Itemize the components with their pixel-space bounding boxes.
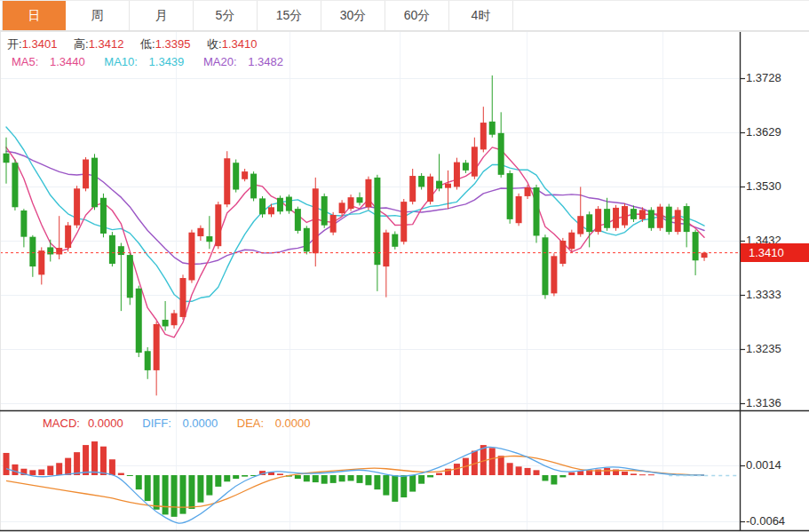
candle-body [586,214,592,232]
macd-bar [401,475,407,497]
macd-bar [127,475,133,476]
open-value: 1.3401 [22,37,58,51]
candle-body [445,184,451,188]
macd-bar [648,474,654,475]
candle-body [489,122,496,135]
ma20-value: 1.3482 [248,55,283,68]
candle-body [374,178,380,265]
candle-body [551,256,557,293]
candle-body [418,176,424,187]
price-axis-tick: 1.3629 [746,125,781,139]
macd-bar [38,470,44,475]
candle-body [197,228,203,236]
candles-layer [4,75,708,395]
candle-body [498,133,504,175]
high-value: 1.3412 [89,37,124,51]
macd-bar [74,452,80,475]
candle-body [631,209,637,219]
ma5-label: MA5: 1.3440 [12,55,93,68]
price-axis-tick: 1.3333 [746,288,781,302]
macd-bar [47,466,53,476]
macd-bar [4,453,10,475]
price-axis-tick: 1.3728 [746,71,781,85]
macd-bar [525,468,531,475]
macd-bar [409,475,416,492]
candle-body [480,123,487,149]
macd-bar [154,475,160,510]
macd-bar [12,465,18,475]
ohlc-readout: 开:1.3401 高:1.3412 低:1.3395 收:1.3410 [7,36,270,52]
macd-bar [188,475,194,509]
candle-body [330,215,337,233]
macd-bar [313,475,319,482]
candle-body [436,181,442,189]
macd-bar [427,475,433,477]
candle-body [91,158,98,208]
candle-body [401,202,407,242]
macd-bar [268,472,274,475]
close-value: 1.3410 [222,37,258,51]
candle-body [648,210,654,227]
macd-bar [436,473,442,475]
macd-bar [418,475,424,484]
candle-body [666,207,672,232]
candle-body [277,198,283,211]
candle-body [136,289,142,353]
macd-axis-tick: 0.0014 [746,458,781,472]
macd-bar [551,475,557,485]
candle-body [47,247,53,254]
candle-body [118,246,124,255]
candle-body [472,147,478,176]
candle-body [427,177,433,202]
ma5-value: 1.3440 [50,55,85,68]
macd-readout: MACD:0.0000 DIFF: 0.0000 DEA: 0.0000 [43,417,327,430]
macd-bar [163,475,169,514]
candle-body [339,202,345,213]
macd-bar [622,472,628,475]
candle-body [250,174,257,199]
macd-bar [392,475,398,502]
candle-body [295,209,301,231]
macd-bar [295,475,301,479]
macd-bar [100,447,107,475]
candle-body [516,196,522,223]
macd-bar [339,475,345,481]
candle-body [577,216,583,234]
macd-bar [365,475,371,485]
candle-body [559,241,566,264]
close-label: 收: [207,37,222,51]
candle-body [595,209,601,232]
candle-body [357,197,363,202]
candle-body [383,233,389,266]
candlestick-chart[interactable] [0,0,809,532]
macd-bar [206,475,212,496]
candle-body [259,198,266,214]
macd-bar [534,470,540,475]
candle-body [542,237,548,295]
candle-body [171,314,178,326]
candle-body [525,187,531,196]
macd-bar [145,475,151,501]
candle-body [163,320,169,326]
macd-bar [91,441,98,475]
macd-bar [498,456,504,475]
macd-bar [321,475,328,484]
candle-body [268,207,274,214]
candle-body [657,207,663,228]
candle-body [12,163,18,207]
ma20-label: MA20: 1.3482 [203,55,291,68]
macd-bar [171,475,178,517]
candle-body [180,278,186,317]
macd-bar [56,463,62,475]
candle-body [463,163,469,171]
macd-bar [233,475,239,479]
trading-chart-app: 日周月5分15分30分60分4时 开:1.3401 高:1.3412 低:1.3… [0,0,809,532]
macd-bar [118,473,124,475]
macd-bar [136,475,142,489]
macd-bar [559,475,566,477]
macd-label: MACD:0.0000 [43,417,131,430]
candle-body [83,160,89,189]
macd-bar [639,474,646,475]
ma10-value: 1.3439 [149,55,185,68]
candle-body [454,163,460,187]
